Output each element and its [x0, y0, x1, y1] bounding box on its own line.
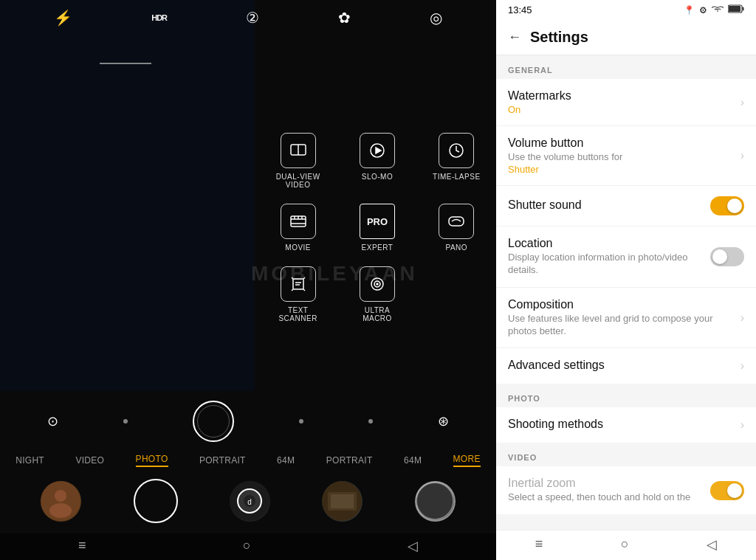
expert-icon: PRO — [360, 204, 395, 239]
tab-portrait[interactable]: PORTRAIT — [199, 455, 246, 466]
focus-dot-icon[interactable]: ⊙ — [47, 413, 58, 429]
location-item: Location Display location information in… — [496, 227, 756, 288]
shooting-methods-chevron-icon: › — [740, 418, 744, 432]
volume-button-chevron-icon: › — [740, 149, 744, 162]
tab-night[interactable]: NIGHT — [16, 455, 44, 466]
mode-slo-mo[interactable]: SLO-MO — [345, 133, 409, 189]
svg-text:d: d — [247, 498, 252, 506]
settings-content[interactable]: GENERAL Watermarks On › Volume button Us… — [496, 55, 756, 530]
composition-item[interactable]: Composition Use features like level and … — [496, 288, 756, 349]
advanced-settings-item[interactable]: Advanced settings › — [496, 348, 756, 384]
thumbnail-placeholder[interactable] — [415, 481, 456, 522]
thumbnail-3[interactable] — [322, 481, 362, 522]
ai-icon[interactable]: ◎ — [430, 9, 442, 27]
settings-nav-home[interactable]: ○ — [621, 536, 629, 553]
location-toggle-thumb — [712, 249, 727, 264]
svg-rect-35 — [729, 6, 740, 12]
shutter-sound-item-left: Shutter sound — [508, 198, 710, 213]
watermarks-title: Watermarks — [508, 89, 740, 103]
general-settings-group: Watermarks On › Volume button Use the vo… — [496, 79, 756, 384]
volume-button-subtitle: Use the volume buttons for — [508, 151, 740, 164]
camera-nav-menu[interactable]: ≡ — [78, 538, 86, 554]
tab-64m2[interactable]: 64M — [404, 455, 422, 466]
shutter-outline[interactable] — [134, 479, 178, 523]
pano-icon — [439, 204, 474, 239]
svg-rect-34 — [743, 7, 744, 11]
mode-movie[interactable]: MOVIE — [266, 204, 330, 252]
settings-header: ← Settings — [496, 20, 756, 55]
composition-chevron-icon: › — [740, 311, 744, 325]
mode-text-scanner[interactable]: TEXTSCANNER — [266, 266, 330, 322]
video-section-header: VIDEO — [496, 443, 756, 466]
dot-3 — [368, 419, 373, 424]
expert-label: EXPERT — [362, 243, 394, 252]
focus-indicator — [100, 63, 151, 64]
settings-title: Settings — [530, 29, 588, 46]
tab-64m[interactable]: 64M — [277, 455, 295, 466]
hdr-icon[interactable]: HDR — [151, 13, 167, 22]
inertial-zoom-item-left: Inertial zoom Select a speed, then touch… — [508, 477, 710, 504]
composition-subtitle: Use features like level and grid to comp… — [508, 313, 740, 338]
svg-rect-31 — [331, 494, 354, 508]
tab-more[interactable]: MORE — [453, 454, 481, 467]
shutter-inner — [197, 405, 230, 438]
svg-point-23 — [55, 490, 66, 502]
camera-controls-row: ⊙ ⊛ — [0, 395, 496, 448]
svg-point-21 — [377, 283, 378, 285]
advanced-settings-item-left: Advanced settings — [508, 359, 740, 373]
text-scanner-label: TEXTSCANNER — [278, 306, 317, 322]
tab-photo[interactable]: PHOTO — [136, 454, 168, 467]
watermarks-chevron-icon: › — [740, 96, 744, 109]
pano-label: PANO — [446, 243, 468, 252]
mode-dual-view-video[interactable]: DUAL-VIEWVIDEO — [266, 133, 330, 189]
camera-nav-back[interactable]: ◁ — [408, 538, 418, 554]
beauty-icon[interactable]: ✿ — [338, 9, 351, 27]
composition-title: Composition — [508, 298, 740, 311]
time-lapse-label: TIME-LAPSE — [433, 173, 480, 181]
inertial-zoom-toggle-thumb — [727, 483, 742, 498]
location-toggle[interactable] — [710, 247, 744, 266]
location-title: Location — [508, 237, 710, 250]
thumbnail-2[interactable]: d — [230, 481, 270, 522]
mode-ultra-macro[interactable]: ULTRAMACRO — [345, 266, 409, 322]
settings-nav-menu[interactable]: ≡ — [535, 536, 543, 553]
dot-2 — [299, 419, 303, 424]
dual-view-video-label: DUAL-VIEWVIDEO — [276, 173, 320, 189]
dot-1 — [123, 419, 128, 424]
location-item-left: Location Display location information in… — [508, 237, 710, 277]
inertial-zoom-toggle[interactable] — [710, 481, 744, 500]
svg-rect-11 — [449, 217, 464, 226]
advanced-settings-chevron-icon: › — [740, 359, 744, 373]
back-button[interactable]: ← — [508, 30, 521, 45]
time-lapse-icon — [439, 133, 474, 168]
svg-marker-3 — [376, 148, 381, 153]
watermarks-item-left: Watermarks On — [508, 89, 740, 115]
shutter-button[interactable] — [193, 401, 234, 442]
location-subtitle: Display location information in photo/vi… — [508, 252, 710, 277]
thumbnail-1[interactable] — [41, 481, 81, 522]
svg-rect-12 — [293, 279, 303, 289]
tab-video[interactable]: VIDEO — [75, 455, 104, 466]
timer-icon[interactable]: ② — [246, 9, 259, 27]
shooting-methods-title: Shooting methods — [508, 418, 740, 431]
svg-line-14 — [303, 277, 305, 279]
video-settings-group: Inertial zoom Select a speed, then touch… — [496, 466, 756, 514]
volume-button-item[interactable]: Volume button Use the volume buttons for… — [496, 126, 756, 186]
mode-pano[interactable]: PANO — [425, 204, 489, 252]
camera-nav-home[interactable]: ○ — [243, 538, 251, 554]
tab-portrait2[interactable]: PORTRAIT — [326, 455, 373, 466]
shutter-sound-toggle[interactable] — [710, 196, 744, 215]
self-timer-icon[interactable]: ⊛ — [438, 413, 449, 429]
shutter-sound-title: Shutter sound — [508, 198, 710, 212]
viewfinder[interactable] — [0, 0, 255, 391]
status-time: 13:45 — [508, 4, 532, 15]
shooting-methods-item[interactable]: Shooting methods › — [496, 407, 756, 443]
slo-mo-label: SLO-MO — [362, 173, 393, 181]
watermarks-item[interactable]: Watermarks On › — [496, 79, 756, 126]
flash-icon[interactable]: ⚡ — [54, 9, 72, 27]
inertial-zoom-title: Inertial zoom — [508, 477, 710, 490]
mode-expert[interactable]: PRO EXPERT — [345, 204, 409, 252]
settings-nav-back[interactable]: ◁ — [707, 536, 717, 553]
settings-gear-icon[interactable]: ⚙ — [699, 5, 707, 15]
mode-time-lapse[interactable]: TIME-LAPSE — [425, 133, 489, 189]
